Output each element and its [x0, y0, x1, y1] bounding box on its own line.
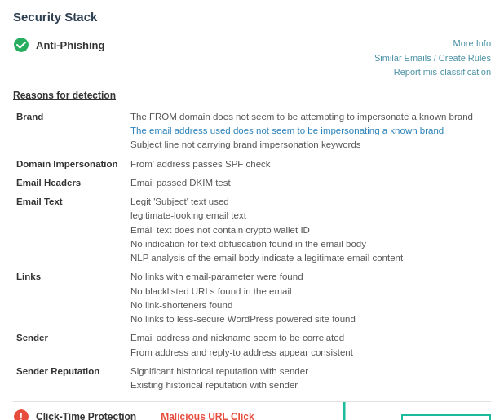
svg-text:!: !: [20, 411, 23, 420]
top-links: More Info Similar Emails / Create Rules …: [374, 37, 491, 80]
row-label: Email Text: [13, 192, 127, 267]
table-row: Sender Email address and nickname seem t…: [13, 329, 491, 362]
row-details: Email passed DKIM test: [127, 174, 491, 192]
page-title: Security Stack: [13, 10, 97, 24]
row-label: Links: [13, 267, 127, 329]
anti-phishing-label: Anti-Phishing: [36, 39, 105, 51]
table-row: Email Text Legit 'Subject' text used leg…: [13, 192, 491, 267]
row-label: Brand: [13, 108, 127, 155]
table-row: Domain Impersonation From' address passe…: [13, 155, 491, 174]
report-mis-link[interactable]: Report mis-classification: [394, 65, 491, 80]
row-details: From' address passes SPF check: [127, 155, 491, 174]
row-details: The FROM domain does not seem to be atte…: [127, 108, 491, 155]
click-time-left: ! Click-Time Protection Malicious URL Cl…: [13, 409, 254, 420]
reasons-header: Reasons for detection: [13, 90, 491, 101]
row-details: No links with email-parameter were found…: [127, 267, 491, 329]
row-label: Sender: [13, 329, 127, 362]
row-details: Significant historical reputation with s…: [127, 362, 491, 396]
malicious-url-label: Malicious URL Click: [161, 411, 254, 420]
check-circle-icon: [13, 37, 29, 53]
table-row: Brand The FROM domain does not seem to b…: [13, 108, 491, 155]
table-row: Links No links with email-parameter were…: [13, 267, 491, 329]
arrow-indicator: [336, 398, 393, 420]
replaced-links-box: Replaced Links User Clicks: [401, 414, 491, 420]
row-label: Sender Reputation: [13, 362, 127, 396]
row-label: Domain Impersonation: [13, 155, 127, 174]
table-row: Email Headers Email passed DKIM test: [13, 174, 491, 192]
click-time-protection-label: Click-Time Protection: [36, 411, 136, 420]
section-divider: [13, 401, 491, 402]
svg-point-0: [14, 38, 29, 52]
more-info-link[interactable]: More Info: [453, 37, 491, 51]
table-row: Sender Reputation Significant historical…: [13, 362, 491, 396]
arrow-icon: [336, 398, 393, 420]
click-time-protection-section: ! Click-Time Protection Malicious URL Cl…: [13, 409, 491, 420]
row-label: Email Headers: [13, 174, 127, 192]
row-details: Email address and nickname seem to be co…: [127, 329, 491, 362]
warning-icon: !: [13, 409, 29, 420]
reasons-table: Brand The FROM domain does not seem to b…: [13, 108, 491, 396]
security-stack-container: Security Stack Anti-Phishing More Info S…: [0, 0, 504, 420]
similar-emails-link[interactable]: Similar Emails / Create Rules: [374, 51, 491, 66]
row-details: Legit 'Subject' text used legitimate-loo…: [127, 192, 491, 267]
